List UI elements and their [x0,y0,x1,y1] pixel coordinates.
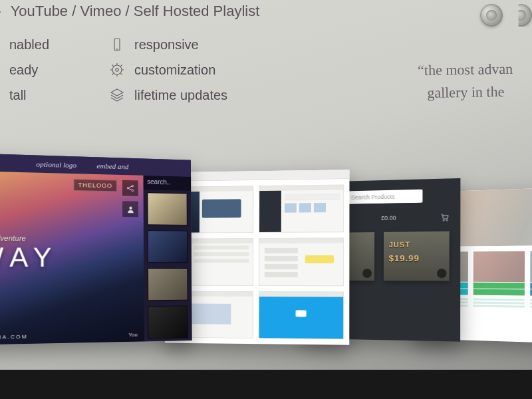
feature-item: responsive [109,37,255,53]
tile-line1: JUST [389,241,410,249]
playlist-thumb[interactable] [148,268,188,301]
video-title: WAY [0,242,59,273]
video-area[interactable]: THELOGO pse adventure WAY OMEDIA.COM You [0,171,144,345]
device-icon [109,37,125,53]
ornament-dot-icon [509,4,532,27]
share-icon [126,184,135,193]
feature-item: tall [0,87,97,103]
feature-item: nabled [0,37,97,53]
playlist-thumb[interactable] [148,305,188,338]
layers-icon [109,87,125,103]
quote-line: gallery in the [379,80,532,106]
feature-label: eady [9,63,38,78]
svg-point-3 [116,68,118,71]
annotation-optional-logo: optional logo [36,160,76,170]
feature-label: lifetime updates [134,88,227,103]
top-right-ornaments [480,4,532,27]
video-footer-right: You [128,332,137,338]
svg-rect-0 [114,39,120,51]
svg-point-16 [446,219,448,221]
wall-search-placeholder: Search Products [351,194,395,201]
video-subtitle: pse adventure [0,234,26,243]
svg-point-15 [443,219,444,221]
feature-label: responsive [134,37,199,53]
playlist-search-input[interactable]: search.. [143,176,191,191]
bottom-letterbox [0,370,532,399]
svg-point-18 [132,185,133,186]
feature-label: nabled [9,37,49,53]
showcase-stage: Search Products Video Wall £0.00 JUST $1… [0,150,532,389]
svg-line-11 [120,65,122,66]
card-thumb [473,251,525,283]
feature-label: customization [134,63,215,78]
video-logo-chip: THELOGO [73,179,117,192]
playlist-sidebar: search.. [143,176,192,342]
svg-point-22 [129,206,132,209]
svg-marker-12 [111,89,123,96]
share-button[interactable] [122,180,138,196]
svg-point-2 [112,65,122,74]
title-fragment-right: YouTube / Vimeo / Self Hosted Playlist [11,3,260,20]
page-title: ry - YouTube / Vimeo / Self Hosted Playl… [0,3,259,20]
user-button[interactable] [122,201,138,217]
card-lines [473,295,525,311]
annotation-embed: embed and [96,162,128,170]
svg-line-9 [120,73,122,74]
user-icon [126,205,135,213]
title-dash: - [0,3,1,20]
wall-search-input[interactable]: Search Products [336,190,422,205]
product-card[interactable] [473,251,525,311]
video-footer-left: OMEDIA.COM [0,334,28,341]
tile-line2: $19.99 [389,253,420,263]
playlist-thumb[interactable] [147,192,187,225]
svg-point-19 [132,190,133,191]
screenshot-tile[interactable] [259,238,344,286]
feature-item: eady [0,62,97,78]
svg-line-20 [129,186,132,188]
svg-line-8 [112,65,114,66]
playlist-thumb[interactable] [148,230,188,263]
feature-label: tall [9,88,27,103]
gear-icon [109,62,125,78]
screenshot-tile[interactable] [259,291,344,340]
feature-item: lifetime updates [109,87,255,103]
screenshot-grid [165,179,350,344]
svg-line-10 [112,73,114,74]
quote-line: “the most advan [378,57,532,83]
showcase-panel-browser-grid [165,170,350,345]
screenshot-tile[interactable] [259,185,344,233]
feature-item: customization [109,62,255,78]
card-tag [473,283,525,289]
svg-point-17 [127,188,128,189]
wall-tile[interactable]: JUST $19.99 [384,231,450,281]
feature-grid: nabled responsive eady customization tal… [0,37,255,103]
ornament-dot-icon [480,4,503,27]
cart-icon[interactable] [440,212,449,221]
svg-line-21 [129,188,132,190]
testimonial-quote: “the most advan gallery in the [378,57,532,106]
wall-price: £0.00 [381,215,396,221]
showcase-panel-video-player: optional logo embed and THELOGO pse adve… [0,153,192,344]
